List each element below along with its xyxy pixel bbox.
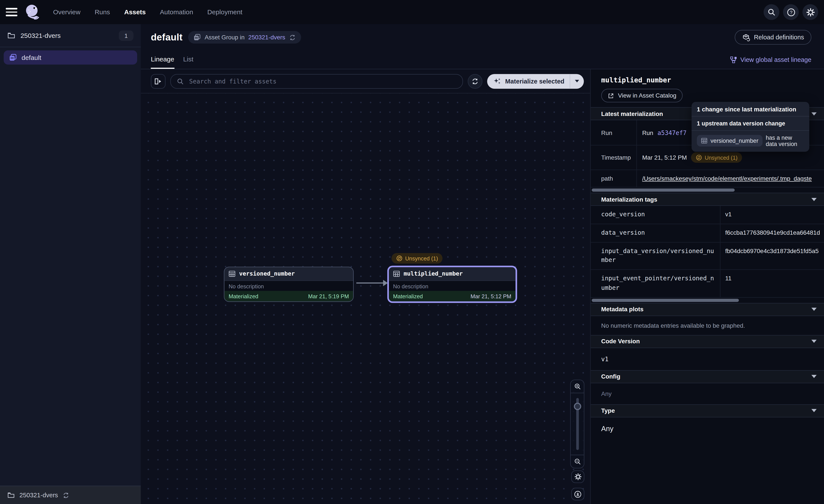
download-image-button[interactable] [571,488,584,500]
materialize-dropdown-button[interactable] [570,74,584,89]
asset-pill-versioned_number[interactable]: versioned_number [697,135,763,146]
asset-node-multiplied_number[interactable]: multiplied_number No description Materia… [387,266,517,303]
asset-group-badge[interactable]: Asset Group in 250321-dvers [188,31,301,43]
scrollbar-thumb[interactable] [592,188,735,192]
asset-node-name: multiplied_number [404,270,462,277]
scrollbar-thumb[interactable] [592,299,739,302]
timestamp-row-label: Timestamp [591,145,637,169]
horizontal-scrollbar [592,299,823,302]
chevron-down-icon[interactable] [811,308,817,311]
section-type: Type [591,404,824,417]
zoom-out-button[interactable] [571,455,584,468]
nav-item-overview[interactable]: Overview [53,8,80,16]
page-header: default Asset Group in 250321-dvers [141,24,824,50]
nav-items: Overview Runs Assets Automation Deployme… [53,8,242,16]
reload-definitions-button[interactable]: Reload definitions [734,30,811,44]
asset-detail-title: multiplied_number [591,69,824,84]
materialize-selected-button[interactable]: Materialize selected [487,74,584,89]
expand-sidebar-button[interactable] [151,74,166,89]
nav-item-runs[interactable]: Runs [95,8,110,16]
unsynced-badge-label: Unsynced (1) [405,255,438,261]
search-icon [177,78,184,85]
sync-status-icon [396,255,403,261]
dagster-logo[interactable] [23,3,41,21]
view-in-asset-catalog-button[interactable]: View in Asset Catalog [601,89,683,102]
section-label: Materialization tags [601,196,657,203]
tag-key: code_version [591,206,721,224]
lineage-canvas[interactable]: Unsynced (1) versioned_number No descrip… [141,94,590,504]
gear-icon [806,8,815,16]
refresh-icon [289,34,296,41]
section-label: Latest materialization [601,111,663,117]
chevron-down-icon[interactable] [811,375,817,378]
tab-list[interactable]: List [183,50,193,69]
tag-value: 11 [721,270,824,297]
refresh-icon [63,492,70,499]
download-icon [574,490,582,498]
table-icon [393,270,400,277]
asset-node-status: Materialized [393,293,423,299]
nav-item-deployment[interactable]: Deployment [207,8,242,16]
tag-value: v1 [721,206,824,224]
badge-group-link[interactable]: 250321-dvers [248,34,285,40]
refresh-icon [472,78,479,85]
main-content: default Asset Group in 250321-dvers [141,24,824,504]
menu-icon[interactable] [6,8,17,16]
sidebar-footer[interactable]: 250321-dvers [0,486,141,504]
section-config: Config [591,370,824,383]
asset-group-icon [194,33,201,41]
asset-search-input[interactable] [188,77,457,86]
sidebar-group-count: 1 [119,30,133,41]
zoom-slider-knob[interactable] [574,403,581,410]
asset-group-icon [9,54,17,61]
sidebar-item-default[interactable]: default [4,50,137,65]
path-link[interactable]: /Users/smackesey/stm/code/elementl/exper… [642,175,812,182]
graph-settings-button[interactable] [571,471,584,483]
table-icon [229,270,235,277]
settings-button[interactable] [802,4,818,20]
lineage-graph-area: Materialize selected Uns [141,69,590,504]
section-label: Code Version [601,338,640,345]
asset-node-status: Materialized [229,293,258,299]
reload-definitions-label: Reload definitions [754,33,804,41]
asset-search-box [170,74,463,89]
help-button[interactable]: ? [783,4,799,20]
sync-status-icon [696,154,702,161]
unsynced-badge[interactable]: Unsynced (1) [691,152,742,163]
search-icon [767,8,776,16]
zoom-in-button[interactable] [571,380,584,393]
view-global-asset-lineage-link[interactable]: View global asset lineage [730,56,811,64]
tag-value: f6ccba1776380941e9cd1ea66481d [721,224,824,242]
nav-item-assets[interactable]: Assets [124,8,146,16]
zoom-slider[interactable] [571,393,584,455]
asset-node-date: Mar 21, 5:19 PM [308,293,349,299]
asset-pill-label: versioned_number [711,138,758,144]
sparkle-icon [494,77,501,85]
gear-icon [574,473,582,480]
chevron-down-icon[interactable] [811,112,817,115]
type-value: Any [591,417,824,440]
sidebar-group-label: 250321-dvers [21,32,61,39]
search-button[interactable] [763,4,780,20]
asset-node-versioned_number[interactable]: versioned_number No description Material… [224,267,354,302]
run-id-link[interactable]: a5347ef7 [657,129,687,136]
tab-lineage[interactable]: Lineage [151,50,174,69]
sidebar-spacer [0,65,141,486]
unsynced-badge[interactable]: Unsynced (1) [391,253,443,264]
table-row-path: path /Users/smackesey/stm/code/elementl/… [591,170,824,187]
chevron-down-icon[interactable] [811,198,817,201]
badge-prefix: Asset Group in [205,34,245,40]
top-nav: Overview Runs Assets Automation Deployme… [0,0,824,24]
chevron-down-icon[interactable] [811,409,817,412]
section-label: Type [601,407,615,414]
folder-icon [7,31,15,39]
nav-item-automation[interactable]: Automation [160,8,193,16]
sidebar-group-row[interactable]: 250321-dvers 1 [0,24,141,47]
section-label: Config [601,374,620,380]
zoom-in-icon [574,383,581,390]
tag-value: fb04dcb6970e4c3d1873de51fd5a5 [721,243,824,269]
graph-refresh-button[interactable] [468,74,483,89]
timestamp-value: Mar 21, 5:12 PM [642,154,687,161]
config-value: Any [591,383,824,404]
chevron-down-icon[interactable] [811,340,817,343]
